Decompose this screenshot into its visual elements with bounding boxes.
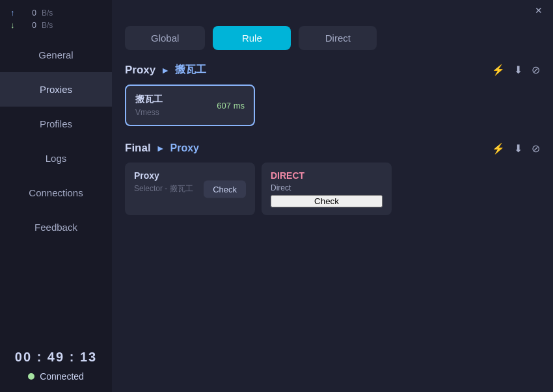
sidebar-item-profiles[interactable]: Profiles xyxy=(0,107,112,141)
group-header-proxy-group: Proxy►搬瓦工⚡⬇⊘ xyxy=(125,63,540,77)
connection-status: Connected xyxy=(28,371,84,382)
group-subtitle: Proxy xyxy=(170,142,199,154)
proxy-content: Proxy►搬瓦工⚡⬇⊘搬瓦工Vmess607 msFinal►Proxy⚡⬇⊘… xyxy=(112,58,553,392)
sidebar-item-proxies[interactable]: Proxies xyxy=(0,72,112,107)
block-icon[interactable]: ⊘ xyxy=(532,64,540,76)
card-type-direct-card: Direct xyxy=(271,183,383,192)
sidebar-item-feedback[interactable]: Feedback xyxy=(0,210,112,244)
upload-stat: ↑ 0 B/s xyxy=(10,8,101,18)
card-check-button-proxy-card[interactable]: Check xyxy=(204,180,246,198)
download-icon[interactable]: ⬇ xyxy=(514,142,522,155)
tab-bar: GlobalRuleDirect xyxy=(112,21,553,58)
sidebar-nav: GeneralProxiesProfilesLogsConnectionsFee… xyxy=(0,38,112,339)
proxy-cards-final-group: ProxySelector - 搬瓦工CheckDIRECTDirectChec… xyxy=(125,163,540,215)
close-button[interactable]: ✕ xyxy=(530,1,548,20)
group-main-title: Final xyxy=(125,142,151,155)
card-check-button-direct-card[interactable]: Check xyxy=(271,195,383,207)
card-name-proxy-card: Proxy xyxy=(134,170,246,181)
upload-arrow: ↑ xyxy=(10,8,18,18)
sidebar-item-general[interactable]: General xyxy=(0,38,112,72)
proxy-card-direct-card[interactable]: DIRECTDirectCheck xyxy=(262,163,392,215)
group-icons: ⚡⬇⊘ xyxy=(492,142,540,155)
proxy-group-final-group: Final►Proxy⚡⬇⊘ProxySelector - 搬瓦工CheckDI… xyxy=(125,142,540,215)
tab-global[interactable]: Global xyxy=(125,26,205,50)
download-value: 0 xyxy=(23,21,36,30)
timer-display: 00 : 49 : 13 xyxy=(15,350,97,365)
tab-rule[interactable]: Rule xyxy=(213,26,291,50)
upload-value: 0 xyxy=(23,8,36,18)
upload-unit: B/s xyxy=(42,8,53,18)
proxy-group-proxy-group: Proxy►搬瓦工⚡⬇⊘搬瓦工Vmess607 ms xyxy=(125,63,540,126)
card-latency-bwg-card: 607 ms xyxy=(217,101,245,111)
proxy-card-bwg-card[interactable]: 搬瓦工Vmess607 ms xyxy=(125,85,255,126)
sidebar-item-logs[interactable]: Logs xyxy=(0,141,112,176)
download-stat: ↓ 0 B/s xyxy=(10,20,101,30)
group-header-final-group: Final►Proxy⚡⬇⊘ xyxy=(125,142,540,155)
connected-dot xyxy=(28,373,34,380)
group-arrow-icon: ► xyxy=(156,143,165,153)
download-icon[interactable]: ⬇ xyxy=(514,64,522,76)
tab-direct[interactable]: Direct xyxy=(299,26,377,50)
group-title-proxy-group: Proxy►搬瓦工 xyxy=(125,63,206,77)
proxy-card-proxy-card[interactable]: ProxySelector - 搬瓦工Check xyxy=(125,163,255,215)
group-arrow-icon: ► xyxy=(161,65,170,75)
block-icon[interactable]: ⊘ xyxy=(532,142,540,155)
lightning-icon[interactable]: ⚡ xyxy=(492,64,505,76)
group-subtitle: 搬瓦工 xyxy=(175,63,206,77)
main-content: ✕ GlobalRuleDirect Proxy►搬瓦工⚡⬇⊘搬瓦工Vmess6… xyxy=(112,0,553,392)
group-title-final-group: Final►Proxy xyxy=(125,142,199,155)
card-name-direct-card: DIRECT xyxy=(271,170,383,181)
proxy-cards-proxy-group: 搬瓦工Vmess607 ms xyxy=(125,85,540,126)
sidebar-bottom: 00 : 49 : 13 Connected xyxy=(0,339,112,392)
stats-panel: ↑ 0 B/s ↓ 0 B/s xyxy=(0,0,112,35)
connected-label: Connected xyxy=(40,371,84,382)
lightning-icon[interactable]: ⚡ xyxy=(492,142,505,155)
group-main-title: Proxy xyxy=(125,64,155,77)
titlebar: ✕ xyxy=(112,0,553,21)
download-arrow: ↓ xyxy=(10,20,18,30)
sidebar-item-connections[interactable]: Connections xyxy=(0,176,112,210)
group-icons: ⚡⬇⊘ xyxy=(492,64,540,76)
download-unit: B/s xyxy=(42,21,53,30)
sidebar: ↑ 0 B/s ↓ 0 B/s GeneralProxiesProfilesLo… xyxy=(0,0,112,392)
